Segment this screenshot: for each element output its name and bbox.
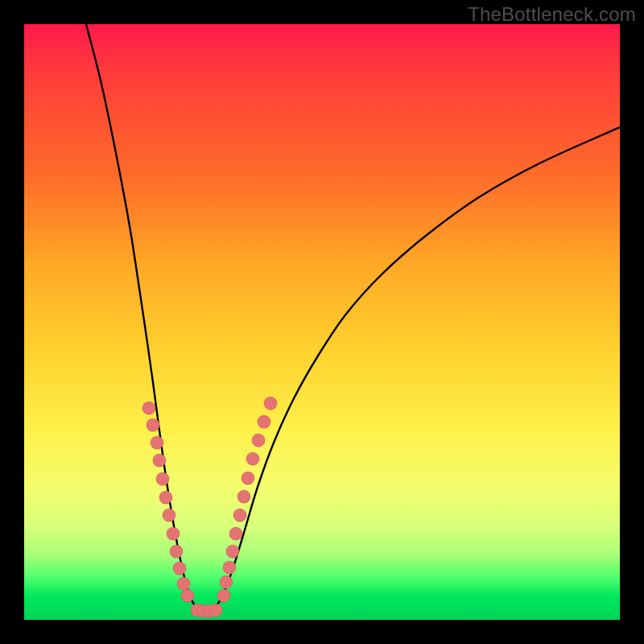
- data-point: [177, 577, 190, 590]
- watermark-text: TheBottleneck.com: [468, 3, 636, 26]
- data-point: [233, 509, 246, 522]
- data-point: [223, 561, 236, 574]
- plot-area: [24, 24, 620, 620]
- data-point: [246, 452, 259, 465]
- data-point: [196, 605, 209, 617]
- data-point: [156, 473, 169, 485]
- data-points: [142, 397, 277, 617]
- data-point: [147, 419, 159, 431]
- data-point: [173, 562, 186, 575]
- data-point: [170, 545, 183, 558]
- data-point: [163, 509, 175, 522]
- curve-right: [211, 127, 620, 610]
- data-point: [203, 605, 216, 617]
- data-point: [217, 589, 230, 602]
- chart-overlay: [24, 24, 620, 620]
- data-point: [229, 527, 242, 540]
- data-point: [226, 545, 239, 558]
- curve-left: [86, 24, 201, 610]
- data-point: [258, 415, 270, 428]
- data-point: [252, 434, 265, 447]
- data-point: [242, 472, 254, 485]
- data-point: [151, 436, 163, 449]
- data-point: [191, 604, 204, 617]
- data-point: [264, 397, 277, 410]
- data-point: [159, 491, 172, 504]
- data-point: [209, 604, 222, 617]
- data-point: [181, 589, 194, 602]
- data-point: [167, 527, 180, 540]
- data-point: [237, 490, 250, 503]
- data-point: [220, 576, 233, 588]
- data-point: [142, 402, 155, 415]
- data-point: [153, 454, 166, 467]
